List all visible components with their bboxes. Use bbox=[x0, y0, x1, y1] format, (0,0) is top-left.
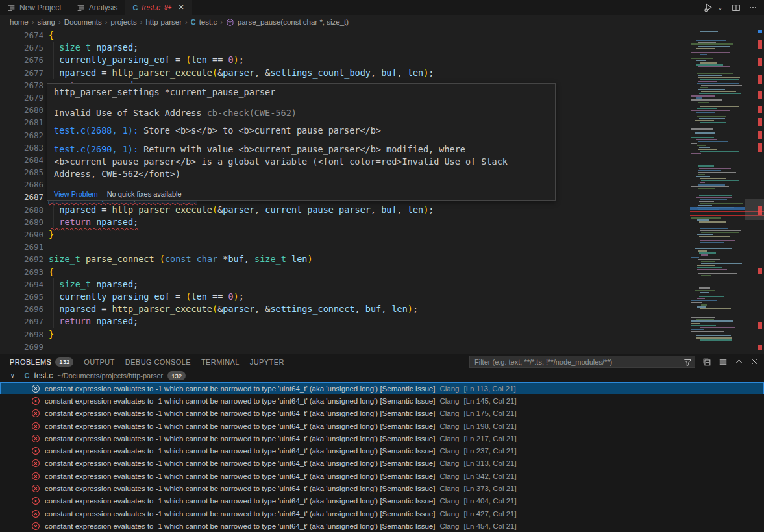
line-number[interactable]: 2686 bbox=[0, 178, 43, 191]
code-token[interactable]: return bbox=[59, 316, 91, 326]
code-line-content[interactable]: { bbox=[49, 29, 54, 42]
code-token[interactable]: , bbox=[244, 254, 254, 264]
code-line[interactable]: 2676 currently_parsing_eof = (len == 0); bbox=[0, 54, 690, 66]
line-number[interactable]: 2696 bbox=[0, 303, 43, 315]
code-token[interactable]: } bbox=[49, 229, 54, 239]
breadcrumb-item[interactable]: siang bbox=[37, 18, 55, 26]
line-number[interactable]: 2680 bbox=[0, 104, 43, 116]
code-token[interactable]: { bbox=[49, 267, 54, 277]
code-token[interactable]: ( bbox=[212, 67, 217, 78]
code-line-content[interactable]: } bbox=[49, 228, 54, 241]
code-token[interactable]: ( bbox=[212, 304, 217, 314]
code-line[interactable]: 2691 bbox=[0, 241, 690, 253]
code-line[interactable]: 2696 nparsed = http_parser_execute(&pars… bbox=[0, 303, 690, 315]
breadcrumb-item[interactable]: http-parser bbox=[145, 18, 182, 26]
line-number[interactable]: 2678 bbox=[0, 79, 43, 91]
chevron-down-icon[interactable]: ∨ bbox=[10, 372, 15, 379]
code-line-content[interactable]: nparsed = http_parser_execute(&parser, &… bbox=[49, 67, 434, 79]
code-token[interactable] bbox=[49, 279, 59, 289]
code-token[interactable]: { bbox=[49, 30, 54, 40]
collapse-all-icon[interactable] bbox=[702, 357, 711, 367]
breadcrumb-file[interactable]: test.c bbox=[199, 18, 217, 26]
code-token[interactable]: len bbox=[191, 54, 206, 65]
code-token[interactable]: nparsed bbox=[96, 42, 133, 53]
code-line[interactable]: 2677 nparsed = http_parser_execute(&pars… bbox=[0, 67, 690, 79]
code-line-content[interactable]: nparsed = http_parser_execute(&parser, c… bbox=[49, 204, 434, 216]
code-token[interactable]: nparsed bbox=[96, 217, 133, 227]
code-token[interactable]: , bbox=[254, 304, 265, 314]
code-line[interactable]: 2697 return nparsed; bbox=[0, 315, 690, 328]
code-token[interactable]: size_t bbox=[254, 254, 286, 264]
problem-row[interactable]: constant expression evaluates to -1 whic… bbox=[0, 470, 764, 482]
tab-test-c[interactable]: C test.c 9+ ✕ bbox=[125, 0, 191, 15]
code-token[interactable]: size_t bbox=[59, 42, 91, 53]
code-line[interactable]: 2674 { bbox=[0, 29, 690, 42]
code-line[interactable]: 2689 return nparsed; bbox=[0, 216, 690, 228]
breadcrumb-item[interactable]: Documents bbox=[64, 18, 102, 26]
code-token[interactable]: ( bbox=[160, 254, 165, 264]
code-line-content[interactable]: { bbox=[49, 266, 54, 278]
code-token[interactable]: ; bbox=[413, 304, 418, 314]
line-number[interactable]: 2675 bbox=[0, 42, 43, 54]
file-location-link[interactable]: test.c(2690, 1): bbox=[54, 144, 138, 154]
problem-row[interactable]: constant expression evaluates to -1 whic… bbox=[0, 520, 764, 532]
code-token[interactable]: nparsed bbox=[59, 67, 96, 78]
code-line[interactable]: 2694 size_t nparsed; bbox=[0, 278, 690, 291]
code-line-content[interactable]: nparsed = http_parser_execute(&parser, &… bbox=[49, 303, 418, 315]
code-token[interactable]: , bbox=[371, 67, 381, 78]
file-location-link[interactable]: test.c(2688, 1): bbox=[54, 125, 138, 136]
code-line-content[interactable]: size_t nparsed; bbox=[49, 278, 138, 291]
code-token[interactable] bbox=[191, 254, 197, 264]
code-token[interactable] bbox=[49, 42, 59, 53]
problem-row[interactable]: constant expression evaluates to -1 whic… bbox=[0, 507, 764, 520]
code-token[interactable]: 0 bbox=[228, 291, 233, 302]
code-token[interactable]: buf bbox=[365, 304, 381, 314]
code-token[interactable]: current_pause_parser bbox=[265, 204, 371, 215]
code-token[interactable] bbox=[91, 217, 96, 227]
problem-row[interactable]: constant expression evaluates to -1 whic… bbox=[0, 457, 764, 470]
line-number[interactable]: 2676 bbox=[0, 54, 43, 66]
code-token[interactable]: ; bbox=[239, 291, 244, 302]
breadcrumb-item[interactable]: projects bbox=[110, 18, 136, 26]
code-token[interactable]: buf bbox=[228, 254, 243, 264]
panel-tab-jupyter[interactable]: JUPYTER bbox=[250, 354, 284, 369]
line-number[interactable]: 2692 bbox=[0, 253, 43, 265]
maximize-panel-icon[interactable] bbox=[735, 357, 743, 366]
panel-tab-problems[interactable]: PROBLEMS 132 bbox=[10, 354, 73, 369]
problem-row[interactable]: constant expression evaluates to -1 whic… bbox=[0, 394, 764, 407]
code-line-content[interactable]: } bbox=[49, 328, 54, 341]
code-token[interactable]: ; bbox=[133, 217, 138, 227]
code-token[interactable]: nparsed bbox=[96, 279, 133, 289]
code-token[interactable]: ; bbox=[133, 316, 138, 326]
view-problem-link[interactable]: View Problem bbox=[54, 190, 98, 198]
line-number[interactable]: 2674 bbox=[0, 29, 43, 42]
code-token[interactable]: size_t bbox=[59, 279, 91, 289]
code-token[interactable]: http_parser_execute bbox=[112, 67, 212, 78]
panel-tab-terminal[interactable]: TERMINAL bbox=[201, 354, 240, 369]
code-token[interactable]: return bbox=[59, 217, 91, 227]
code-token[interactable]: , bbox=[397, 67, 408, 78]
minimap[interactable] bbox=[690, 29, 745, 354]
code-line-content[interactable]: return nparsed; bbox=[49, 315, 138, 328]
code-token[interactable]: = bbox=[170, 54, 186, 65]
code-token[interactable]: len bbox=[391, 304, 407, 314]
breadcrumb-symbol[interactable]: parse_pause(const char *, size_t) bbox=[238, 18, 349, 26]
run-or-debug-icon[interactable] bbox=[704, 3, 713, 12]
close-panel-icon[interactable] bbox=[750, 357, 759, 366]
line-number[interactable]: 2688 bbox=[0, 204, 43, 216]
line-number[interactable]: 2681 bbox=[0, 116, 43, 128]
code-token[interactable]: parse_connect bbox=[86, 254, 154, 264]
code-token[interactable]: len bbox=[408, 204, 423, 215]
code-token[interactable] bbox=[49, 54, 59, 65]
code-token[interactable]: parser bbox=[223, 204, 254, 215]
code-token[interactable]: ; bbox=[428, 204, 434, 215]
code-token[interactable]: 0 bbox=[228, 54, 233, 65]
problems-file-group[interactable]: ∨ C test.c ~/Documents/projects/http-par… bbox=[0, 369, 764, 382]
line-number[interactable]: 2682 bbox=[0, 129, 43, 141]
code-token[interactable] bbox=[49, 316, 59, 326]
line-number[interactable]: 2685 bbox=[0, 166, 43, 178]
panel-tab-debug-console[interactable]: DEBUG CONSOLE bbox=[125, 354, 191, 369]
line-number[interactable]: 2698 bbox=[0, 328, 43, 341]
code-token[interactable] bbox=[80, 254, 86, 264]
code-token[interactable]: len bbox=[291, 254, 307, 264]
